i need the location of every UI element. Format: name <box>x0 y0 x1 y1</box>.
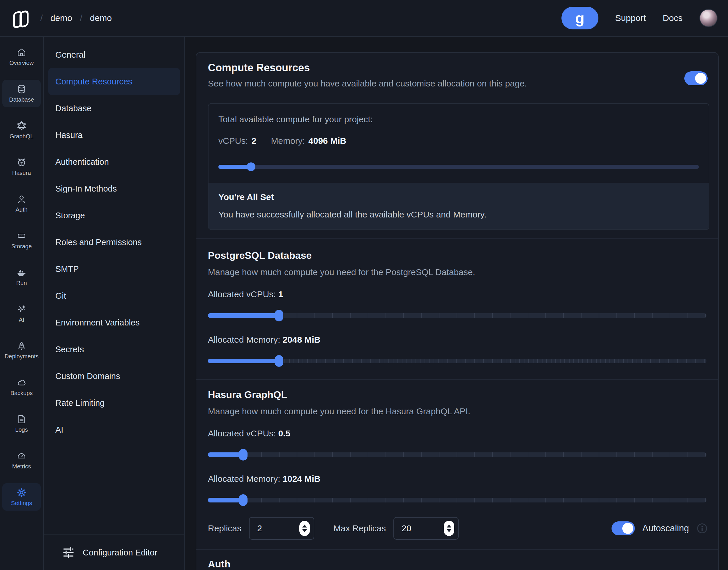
menu-item-roles-permissions[interactable]: Roles and Permissions <box>48 229 180 256</box>
menu-item-ai[interactable]: AI <box>48 416 180 443</box>
support-link[interactable]: Support <box>615 13 646 23</box>
postgres-memory-slider[interactable] <box>208 354 706 367</box>
menu-item-secrets[interactable]: Secrets <box>48 336 180 363</box>
rail-item-graphql[interactable]: GraphQL <box>2 116 41 144</box>
menu-item-sign-in-methods[interactable]: Sign-In Methods <box>48 175 180 202</box>
rail-item-label: GraphQL <box>10 133 33 140</box>
rail-item-label: Database <box>9 96 34 103</box>
rail-item-ai[interactable]: AI <box>2 300 41 327</box>
user-icon <box>17 194 26 205</box>
slider-knob[interactable] <box>275 355 283 367</box>
max-replicas-label: Max Replicas <box>333 523 386 533</box>
drive-icon <box>17 230 26 241</box>
total-compute-values: vCPUs: 2 Memory: 4096 MiB <box>218 134 699 147</box>
memory-value: 4096 MiB <box>308 134 346 147</box>
stepper-up-icon[interactable] <box>447 525 451 528</box>
rail-item-label: AI <box>19 316 24 323</box>
menu-item-environment-variables[interactable]: Environment Variables <box>48 309 180 336</box>
rail-item-overview[interactable]: Overview <box>2 43 41 70</box>
rail-item-label: Run <box>16 280 27 286</box>
all-set-banner: You're All Set You have successfully all… <box>209 183 709 229</box>
slider-fill <box>208 313 279 318</box>
graphite-assistant-button[interactable]: g <box>561 7 598 29</box>
all-set-title: You're All Set <box>218 191 699 204</box>
menu-item-compute-resources[interactable]: Compute Resources <box>48 68 180 95</box>
breadcrumb-separator: / <box>80 13 82 24</box>
section-description: Manage how much compute you need for the… <box>208 405 706 417</box>
rail-item-database[interactable]: Database <box>2 80 41 107</box>
allocated-memory-value: 1024 MiB <box>282 474 320 484</box>
total-compute-heading: Total available compute for your project… <box>218 113 699 126</box>
replicas-row: Replicas Max Replicas Autoscaling <box>208 517 708 540</box>
rail-item-logs[interactable]: Logs <box>2 410 41 437</box>
menu-item-hasura[interactable]: Hasura <box>48 122 180 149</box>
rocket-icon <box>17 340 26 351</box>
navbar-right: g Support Docs <box>561 7 718 29</box>
top-navbar: / demo / demo g Support Docs <box>0 0 728 37</box>
menu-item-storage[interactable]: Storage <box>48 202 180 229</box>
info-icon[interactable] <box>697 523 708 534</box>
menu-item-database[interactable]: Database <box>48 95 180 122</box>
rail-item-label: Hasura <box>12 170 31 177</box>
rail-item-settings[interactable]: Settings <box>2 483 41 511</box>
rail-item-auth[interactable]: Auth <box>2 190 41 217</box>
rail-item-metrics[interactable]: Metrics <box>2 447 41 474</box>
max-replicas-input[interactable] <box>394 523 443 534</box>
slider-track[interactable] <box>208 453 706 457</box>
settings-menu: General Compute Resources Database Hasur… <box>44 37 185 570</box>
slider-knob[interactable] <box>275 310 283 321</box>
rail-item-run[interactable]: Run <box>2 263 41 291</box>
rail-item-storage[interactable]: Storage <box>2 227 41 254</box>
total-compute-slider[interactable] <box>218 163 699 171</box>
rail-item-backups[interactable]: Backups <box>2 373 41 400</box>
page-title: Compute Resources <box>208 60 674 75</box>
gear-icon <box>17 487 26 498</box>
menu-item-authentication[interactable]: Authentication <box>48 149 180 175</box>
rail-item-hasura[interactable]: Hasura <box>2 153 41 181</box>
hasura-memory-slider[interactable] <box>208 494 706 507</box>
postgres-vcpus-slider[interactable] <box>208 309 706 322</box>
icon-rail: Overview Database GraphQL Hasura Auth <box>0 37 44 570</box>
postgresql-section: PostgreSQL Database Manage how much comp… <box>208 248 706 367</box>
nhost-logo[interactable] <box>12 7 30 29</box>
breadcrumb: / demo / demo <box>40 13 112 24</box>
menu-item-git[interactable]: Git <box>48 282 180 309</box>
slider-track[interactable] <box>208 498 706 503</box>
replicas-label: Replicas <box>208 523 241 533</box>
breadcrumb-project[interactable]: demo <box>90 13 112 23</box>
slider-knob[interactable] <box>247 163 255 171</box>
total-compute-box: Total available compute for your project… <box>208 103 709 230</box>
menu-item-custom-domains[interactable]: Custom Domains <box>48 363 180 389</box>
stepper-down-icon[interactable] <box>447 529 451 532</box>
max-replicas-stepper[interactable] <box>444 521 454 536</box>
memory-label: Memory: <box>271 134 305 147</box>
rail-item-label: Deployments <box>5 353 39 360</box>
stepper-up-icon[interactable] <box>302 525 307 528</box>
replicas-input[interactable] <box>250 523 298 534</box>
slider-track[interactable] <box>218 165 699 169</box>
docs-link[interactable]: Docs <box>663 13 683 23</box>
allocated-memory-value: 2048 MiB <box>282 335 320 344</box>
breadcrumb-workspace[interactable]: demo <box>50 13 72 23</box>
sparkles-icon <box>17 304 26 315</box>
stepper-down-icon[interactable] <box>302 529 307 532</box>
autoscaling-toggle[interactable] <box>612 521 635 535</box>
hasura-icon <box>17 157 26 168</box>
database-icon <box>17 83 26 95</box>
max-replicas-input-wrap <box>394 517 459 540</box>
menu-item-general[interactable]: General <box>48 41 180 68</box>
rail-item-deployments[interactable]: Deployments <box>2 336 41 364</box>
slider-knob[interactable] <box>239 449 248 461</box>
slider-knob[interactable] <box>239 494 248 506</box>
allocated-memory-label: Allocated Memory:2048 MiB <box>208 334 706 346</box>
home-icon <box>17 47 26 58</box>
compute-resources-card: Compute Resources See how much compute y… <box>196 52 719 570</box>
configuration-editor-button[interactable]: Configuration Editor <box>44 535 184 570</box>
replicas-input-wrap <box>249 517 314 540</box>
menu-item-rate-limiting[interactable]: Rate Limiting <box>48 389 180 416</box>
hasura-vcpus-slider[interactable] <box>208 448 706 461</box>
user-avatar[interactable] <box>700 9 718 27</box>
compute-resources-toggle[interactable] <box>684 71 708 85</box>
menu-item-smtp[interactable]: SMTP <box>48 256 180 282</box>
replicas-stepper[interactable] <box>299 521 310 536</box>
